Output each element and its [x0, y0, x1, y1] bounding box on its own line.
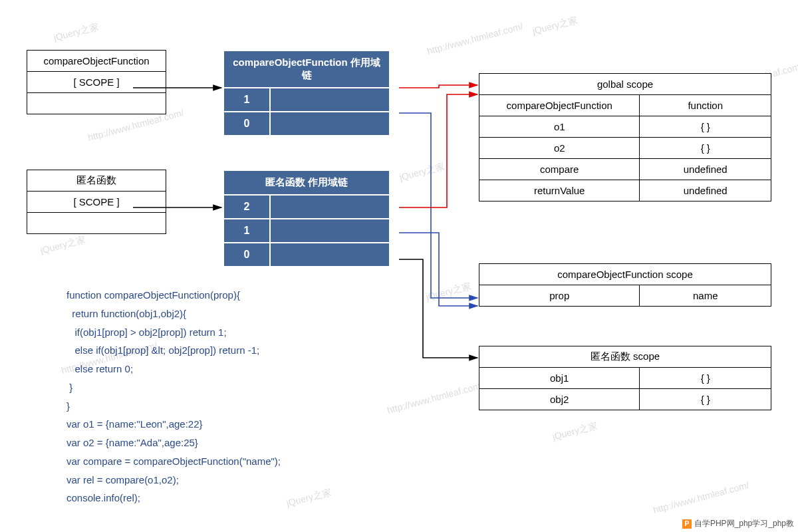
- table-title: compareObjectFunction scope: [479, 264, 771, 285]
- watermark: jQuery之家: [531, 14, 579, 37]
- chain-idx: 0: [223, 112, 270, 136]
- chain-idx: 1: [223, 219, 270, 243]
- chain-title: 匿名函数 作用域链: [223, 170, 390, 195]
- cell-key: prop: [479, 285, 640, 307]
- cell-key: o1: [479, 116, 640, 138]
- table-anon-scope: 匿名函数 scope obj1{ } obj2{ }: [479, 346, 771, 410]
- cell-key: obj2: [479, 389, 640, 410]
- table-title: golbal scope: [479, 74, 771, 95]
- box-title: compareObjectFunction: [27, 51, 166, 72]
- chain-ptr: [270, 195, 390, 219]
- chain-ptr: [270, 219, 390, 243]
- watermark: jQuery之家: [551, 420, 599, 443]
- chain-idx: 1: [223, 88, 270, 112]
- box-empty: [27, 93, 166, 114]
- box-title: 匿名函数: [27, 170, 166, 192]
- code-block: function compareObjectFunction(prop){ re…: [66, 286, 281, 507]
- watermark: jQuery之家: [425, 280, 473, 303]
- chain-title: compareObjectFunction 作用域链: [223, 51, 390, 88]
- watermark: http://www.htmleaf.com/: [426, 21, 524, 57]
- table-cof-scope: compareObjectFunction scope propname: [479, 263, 771, 307]
- chain-ptr: [270, 243, 390, 267]
- cell-val: { }: [640, 116, 771, 138]
- chain-idx: 0: [223, 243, 270, 267]
- cell-key: compareObjectFunction: [479, 95, 640, 116]
- cell-key: returnValue: [479, 180, 640, 201]
- cell-key: obj1: [479, 368, 640, 389]
- cell-val: { }: [640, 138, 771, 159]
- cell-val: function: [640, 95, 771, 116]
- cell-key: compare: [479, 159, 640, 180]
- box-empty: [27, 213, 166, 234]
- box-anon-fn: 匿名函数 [ SCOPE ]: [27, 170, 166, 234]
- cell-val: { }: [640, 389, 771, 410]
- cell-val: name: [640, 285, 771, 307]
- cell-val: undefined: [640, 159, 771, 180]
- footer: P自学PHP网_php学习_php教: [682, 518, 794, 529]
- box-compare-fn: compareObjectFunction [ SCOPE ]: [27, 50, 166, 114]
- cell-val: { }: [640, 368, 771, 389]
- watermark: jQuery之家: [53, 21, 100, 44]
- watermark: http://www.htmleaf.com/: [652, 479, 750, 515]
- watermark: jQuery之家: [39, 233, 87, 257]
- watermark: http://www.htmleaf.com/: [386, 380, 484, 416]
- scope-chain-anon: 匿名函数 作用域链 2 1 0: [223, 170, 390, 267]
- box-scope-label: [ SCOPE ]: [27, 72, 166, 93]
- footer-text: 自学PHP网_php学习_php教: [694, 519, 794, 528]
- chain-idx: 2: [223, 195, 270, 219]
- watermark: jQuery之家: [398, 160, 446, 184]
- chain-ptr: [270, 112, 390, 136]
- table-title: 匿名函数 scope: [479, 346, 771, 368]
- scope-chain-compare: compareObjectFunction 作用域链 1 0: [223, 50, 390, 136]
- cell-key: o2: [479, 138, 640, 159]
- chain-ptr: [270, 88, 390, 112]
- box-scope-label: [ SCOPE ]: [27, 192, 166, 213]
- cell-val: undefined: [640, 180, 771, 201]
- footer-badge: P: [682, 519, 692, 529]
- table-global-scope: golbal scope compareObjectFunctionfuncti…: [479, 73, 771, 201]
- watermark: jQuery之家: [285, 486, 333, 509]
